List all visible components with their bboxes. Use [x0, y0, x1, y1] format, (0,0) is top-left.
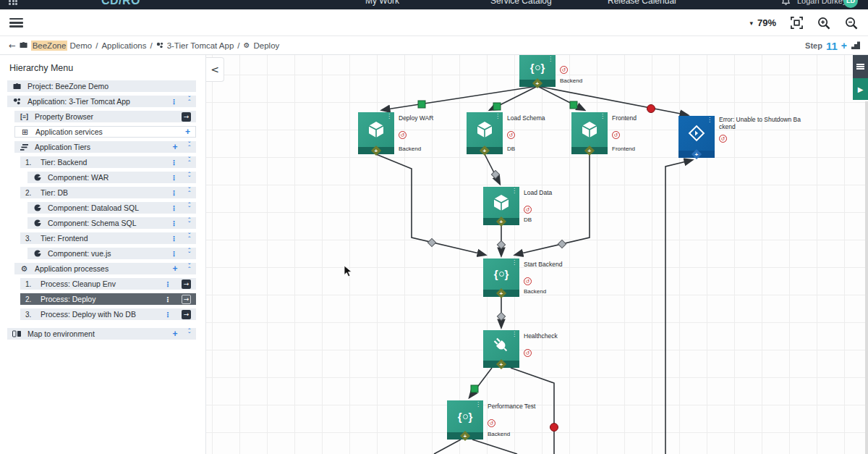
node-add-icon[interactable]: +: [496, 217, 506, 227]
node-add-icon[interactable]: +: [371, 146, 381, 156]
node-add-icon[interactable]: +: [496, 359, 506, 369]
item-add-button[interactable]: +: [172, 329, 177, 339]
sidebar-item-tier-backend[interactable]: 1.Tier: Backend⋮ˇˆ: [20, 156, 196, 168]
node-add-icon[interactable]: +: [692, 149, 702, 159]
error-badge-icon[interactable]: ↺: [399, 131, 407, 139]
collapse-icon[interactable]: ˇˆ: [188, 143, 192, 151]
sidebar-item-application-services[interactable]: ⊞Application services+: [14, 126, 196, 138]
sidebar-item-map-to-environment[interactable]: Map to environment+ˆˇ: [7, 328, 196, 340]
collapse-icon[interactable]: ˇˆ: [188, 159, 192, 166]
error-badge-icon[interactable]: ↺: [507, 131, 515, 139]
node-add-icon[interactable]: +: [480, 146, 490, 156]
sidebar-item-project-beezone-demo[interactable]: Project: BeeZone Demo: [7, 80, 196, 92]
node-frontend[interactable]: ⋮ +Frontend↺Frontend: [571, 112, 608, 154]
expand-icon[interactable]: ˆˇ: [188, 250, 192, 257]
breadcrumb-segment-app[interactable]: 3-Tier Tomcat App: [167, 41, 234, 50]
sidebar-item-component-war[interactable]: Component: WAR⋮ˆˇ: [27, 172, 196, 183]
sidebar-item-component-vue-js[interactable]: Component: vue.js⋮ˆˇ: [27, 248, 196, 259]
expand-icon[interactable]: ˆˇ: [188, 219, 192, 227]
item-open-button[interactable]: →: [182, 112, 191, 122]
avatar[interactable]: LD: [843, 0, 858, 9]
nav-item-service-catalog[interactable]: Service Catalog: [490, 0, 552, 9]
item-open-button[interactable]: →: [182, 310, 191, 319]
breadcrumb-project-highlight[interactable]: BeeZone: [31, 41, 68, 51]
nav-item-my-work[interactable]: My Work: [365, 0, 399, 9]
expand-icon[interactable]: ˆˇ: [188, 174, 192, 181]
hamburger-menu-icon[interactable]: [9, 18, 23, 28]
item-open-button[interactable]: →: [182, 279, 191, 289]
sidebar-item-property-browser[interactable]: [≡]Property Browser→: [14, 111, 196, 122]
vertical-scrollbar[interactable]: [865, 101, 868, 454]
node-menu-icon[interactable]: ⋮: [600, 113, 605, 119]
item-menu-icon[interactable]: ⋮: [171, 250, 178, 258]
sidebar-item-application-processes[interactable]: ⚙Application processes+ˇˆ: [14, 263, 196, 274]
item-add-button[interactable]: +: [172, 264, 177, 274]
collapse-icon[interactable]: ˇˆ: [188, 189, 192, 196]
back-arrow-icon[interactable]: ←: [9, 41, 16, 51]
node-add-icon[interactable]: +: [532, 78, 542, 88]
node-menu-icon[interactable]: ⋮: [511, 259, 517, 266]
error-badge-icon[interactable]: ↺: [524, 349, 532, 357]
sidebar-item-application-tiers[interactable]: Application Tiers+ˇˆ: [14, 141, 196, 153]
node-menu-icon[interactable]: ⋮: [511, 188, 517, 194]
error-badge-icon[interactable]: ↺: [560, 66, 568, 74]
node-add-icon[interactable]: +: [460, 431, 470, 441]
node-add-icon[interactable]: +: [584, 146, 595, 156]
node-menu-icon[interactable]: ⋮: [386, 113, 392, 119]
sidebar-item-tier-frontend[interactable]: 3.Tier: Frontend⋮ˇˆ: [20, 232, 196, 244]
node-performance-test[interactable]: ⋮ {} +Performance Test↺Backend: [447, 400, 483, 440]
node-menu-icon[interactable]: ⋮: [511, 331, 517, 337]
item-menu-icon[interactable]: ⋮: [164, 280, 171, 288]
error-badge-icon[interactable]: ↺: [719, 135, 727, 143]
sidebar-item-process-deploy-with-no-db[interactable]: 3.Process: Deploy with No DB⋮→: [20, 308, 196, 320]
item-menu-icon[interactable]: ⋮: [171, 98, 178, 106]
run-process-button[interactable]: ▶: [853, 78, 868, 100]
sidebar-item-process-cleanup-env[interactable]: 1.Process: Cleanup Env⋮→: [20, 278, 196, 290]
item-menu-icon[interactable]: ⋮: [171, 204, 178, 212]
collapse-icon[interactable]: ˇˆ: [188, 98, 192, 105]
node-shutdown[interactable]: ⋮ {} +↺Backend: [519, 55, 556, 87]
node-error-manual[interactable]: ⋮ +Error: Unable to Shutdown Backend↺: [678, 116, 715, 158]
item-menu-icon[interactable]: ⋮: [171, 159, 178, 167]
node-healthcheck[interactable]: ⋮ +Healthcheck↺: [483, 330, 519, 368]
user-name[interactable]: Logan Durkey: [797, 0, 847, 9]
bell-icon[interactable]: [781, 0, 791, 9]
node-menu-icon[interactable]: ⋮: [548, 56, 553, 62]
zoom-in-button[interactable]: [817, 17, 830, 30]
sidebar-item-tier-db[interactable]: 2.Tier: DB⋮ˇˆ: [20, 187, 196, 198]
app-logo[interactable]: CD/RO: [101, 0, 140, 9]
expand-icon[interactable]: ˆˇ: [188, 204, 192, 211]
breadcrumb-segment-applications[interactable]: Applications: [101, 41, 146, 50]
add-step-button[interactable]: +: [841, 40, 847, 51]
canvas-menu-button[interactable]: [853, 55, 868, 78]
stairs-icon[interactable]: [851, 41, 861, 51]
item-open-button[interactable]: →: [182, 295, 191, 304]
error-badge-icon[interactable]: ↺: [488, 419, 495, 427]
apps-grid-icon[interactable]: [9, 0, 17, 9]
item-menu-icon[interactable]: ⋮: [164, 295, 171, 303]
sidebar-collapse-button[interactable]: <: [206, 57, 224, 82]
node-add-icon[interactable]: +: [496, 288, 506, 298]
node-menu-icon[interactable]: ⋮: [707, 117, 712, 123]
process-canvas[interactable]: ⋮ {} +↺Backend ⋮ +Deploy WAR↺Backend ⋮ +…: [206, 55, 868, 454]
node-menu-icon[interactable]: ⋮: [475, 401, 481, 408]
item-menu-icon[interactable]: ⋮: [171, 174, 178, 182]
item-add-button[interactable]: +: [172, 142, 177, 152]
fit-to-screen-button[interactable]: [791, 17, 803, 29]
error-badge-icon[interactable]: ↺: [524, 206, 532, 214]
node-load-data[interactable]: ⋮ +Load Data↺DB: [483, 187, 519, 225]
node-deploy-war[interactable]: ⋮ +Deploy WAR↺Backend: [358, 112, 394, 154]
breadcrumb-segment-deploy[interactable]: Deploy: [254, 41, 280, 50]
collapse-icon[interactable]: ˇˆ: [188, 265, 192, 272]
item-menu-icon[interactable]: ⋮: [171, 219, 178, 227]
item-menu-icon[interactable]: ⋮: [171, 189, 178, 197]
item-add-button[interactable]: +: [185, 127, 190, 137]
sidebar-item-application-3-tier-tomcat-app[interactable]: Application: 3-Tier Tomcat App⋮ˇˆ: [7, 96, 196, 107]
nav-item-release-calendar[interactable]: Release Calendar: [608, 0, 677, 9]
sidebar-item-process-deploy[interactable]: 2.Process: Deploy⋮→: [20, 293, 196, 305]
error-badge-icon[interactable]: ↺: [524, 277, 532, 285]
zoom-out-button[interactable]: [845, 17, 858, 30]
error-badge-icon[interactable]: ↺: [612, 131, 620, 139]
item-menu-icon[interactable]: ⋮: [171, 235, 178, 243]
node-start-backend[interactable]: ⋮ {} +Start Backend↺Backend: [483, 258, 519, 297]
